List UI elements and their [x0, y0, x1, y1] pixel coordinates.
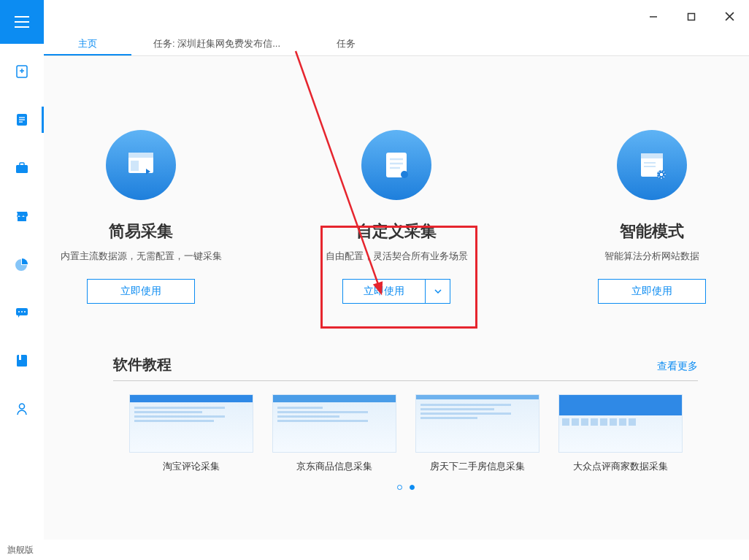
tutorial-label: 京东商品信息采集: [272, 460, 396, 473]
tutorial-label: 房天下二手房信息采集: [415, 460, 539, 473]
tutorial-thumb: [272, 394, 396, 453]
sidebar-book[interactable]: [0, 348, 44, 374]
minimize-button[interactable]: [642, 6, 664, 28]
card-title: 简易采集: [53, 220, 228, 242]
page-dot-2[interactable]: [410, 485, 415, 490]
card-title: 智能模式: [564, 220, 740, 242]
tutorial-thumb: [415, 394, 539, 453]
smart-mode-icon: [617, 130, 687, 200]
svg-marker-35: [373, 281, 387, 296]
svg-line-34: [296, 51, 380, 288]
tutorial-item-jd[interactable]: 京东商品信息采集: [272, 394, 396, 473]
sidebar-user[interactable]: [0, 396, 44, 422]
hamburger-icon: [15, 16, 29, 28]
sidebar-chart[interactable]: [0, 251, 44, 277]
sidebar-store[interactable]: [0, 203, 44, 229]
use-now-button[interactable]: 立即使用: [87, 279, 195, 304]
svg-point-19: [20, 404, 25, 409]
sidebar-toolbox[interactable]: [0, 155, 44, 181]
tutorial-item-fang[interactable]: 房天下二手房信息采集: [415, 394, 539, 473]
page-dot-1[interactable]: [397, 485, 402, 490]
sidebar-message[interactable]: [0, 299, 44, 326]
svg-point-33: [660, 173, 663, 176]
svg-point-14: [18, 311, 20, 312]
svg-point-27: [401, 171, 408, 178]
use-now-button[interactable]: 立即使用: [598, 279, 706, 304]
tutorial-item-dianping[interactable]: 大众点评商家数据采集: [558, 394, 683, 473]
menu-button[interactable]: [0, 0, 44, 44]
tutorial-item-taobao[interactable]: 淘宝评论采集: [129, 394, 253, 473]
card-desc: 内置主流数据源，无需配置，一键采集: [53, 250, 228, 263]
svg-point-16: [24, 311, 26, 312]
svg-rect-21: [128, 153, 153, 158]
maximize-button[interactable]: [680, 6, 702, 28]
tutorial-heading: 软件教程: [113, 355, 172, 375]
version-label: 旗舰版: [7, 545, 34, 555]
svg-rect-17: [17, 355, 27, 367]
svg-rect-22: [131, 161, 139, 171]
svg-rect-1: [688, 13, 695, 20]
annotation-arrow: [288, 47, 391, 299]
tutorial-thumb: [129, 394, 253, 453]
tutorial-label: 大众点评商家数据采集: [558, 460, 683, 473]
card-desc: 智能算法分析网站数据: [564, 250, 740, 263]
close-button[interactable]: [718, 6, 740, 28]
svg-rect-12: [18, 217, 26, 221]
svg-rect-29: [641, 153, 663, 158]
tab-home[interactable]: 主页: [44, 33, 131, 55]
tab-task-shenzhen[interactable]: 任务: 深圳赶集网免费发布信...: [131, 33, 302, 55]
tutorial-label: 淘宝评论采集: [129, 460, 253, 473]
tutorial-thumb: [558, 394, 683, 453]
svg-rect-18: [19, 355, 21, 360]
sidebar-new[interactable]: [0, 58, 44, 85]
simple-collection-icon: [106, 130, 176, 200]
svg-rect-11: [16, 165, 28, 173]
sidebar-tasks[interactable]: [0, 107, 44, 133]
svg-point-15: [21, 311, 23, 312]
card-smart-mode: 智能模式 智能算法分析网站数据 立即使用: [564, 130, 740, 304]
view-more-link[interactable]: 查看更多: [657, 360, 698, 373]
card-simple-collection: 简易采集 内置主流数据源，无需配置，一键采集 立即使用: [53, 130, 228, 304]
